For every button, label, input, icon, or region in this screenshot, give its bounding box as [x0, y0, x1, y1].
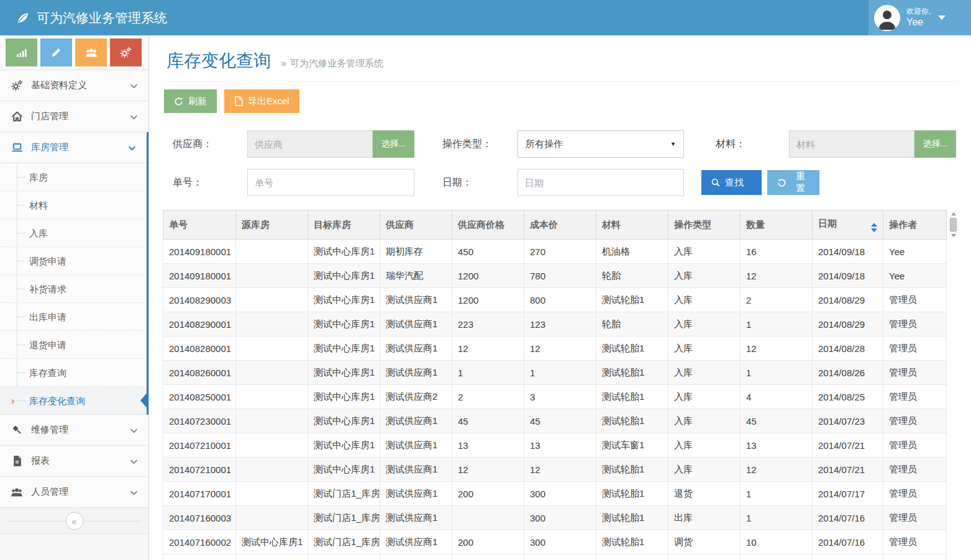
order-number-input[interactable]	[247, 169, 414, 196]
supplier-input[interactable]	[247, 130, 373, 158]
cell: 入库	[668, 385, 741, 409]
table-row[interactable]: 201407230001测试中心库房1测试供应商14545测试轮胎1入库4520…	[163, 409, 947, 433]
column-header-6[interactable]: 材料	[596, 210, 668, 240]
column-label: 供应商价格	[458, 219, 504, 230]
column-header-0[interactable]: 单号	[163, 210, 236, 240]
date-label: 日期：	[442, 169, 472, 196]
table-vertical-scrollbar[interactable]	[949, 210, 958, 239]
cell: 1	[741, 312, 813, 336]
export-label: 导出Excel	[248, 96, 289, 107]
sidebar-subitem-1[interactable]: ›材料	[0, 191, 147, 219]
table-row[interactable]: 201407170001测试门店1_库房测试供应商1200300测试轮胎1退货1…	[163, 482, 947, 506]
cell: 300	[524, 506, 596, 530]
column-header-3[interactable]: 供应商	[380, 210, 452, 240]
shortcut-edit-button[interactable]	[40, 38, 72, 66]
cell: 管理员	[883, 482, 947, 506]
cell: 测试中心库房1	[308, 361, 380, 385]
date-input[interactable]	[517, 169, 684, 196]
sidebar-subitem-2[interactable]: ›入库	[0, 219, 147, 247]
column-header-5[interactable]: 成本价	[524, 210, 596, 240]
table-row[interactable]: 201408250001测试中心库房1测试供应商223测试轮胎1入库42014/…	[163, 385, 947, 409]
operation-type-label: 操作类型：	[442, 130, 492, 158]
operation-type-value: 所有操作	[526, 138, 563, 150]
table-row[interactable]: 201408260001测试中心库房1测试供应商111测试轮胎1入库12014/…	[163, 361, 947, 385]
column-header-2[interactable]: 目标库房	[308, 210, 380, 240]
cell: 测试中心库房1	[308, 385, 380, 409]
sidebar-item-base-data[interactable]: 基础资料定义	[0, 70, 148, 101]
sidebar-subitem-label: 调货申请	[29, 256, 66, 266]
cell: 13	[741, 433, 813, 458]
sidebar-subitem-7[interactable]: ›库存查询	[0, 359, 147, 387]
cell	[380, 554, 452, 560]
export-excel-button[interactable]: 导出Excel	[224, 89, 299, 113]
sidebar-subitem-3[interactable]: ›调货申请	[0, 247, 147, 275]
column-header-8[interactable]: 数量	[741, 210, 813, 240]
column-label: 数量	[746, 219, 765, 230]
cell: 管理员	[883, 530, 947, 554]
user-menu[interactable]: 欢迎你, Yee	[868, 0, 971, 35]
refresh-button[interactable]: 刷新	[164, 89, 217, 113]
shortcut-chart-button[interactable]	[6, 38, 37, 66]
toolbar: 刷新 导出Excel	[164, 89, 971, 113]
table-row[interactable]: 201408290001测试中心库房1测试供应商1223123轮胎入库12014…	[163, 312, 947, 336]
sidebar-item-reports[interactable]: 报表	[0, 446, 148, 477]
sidebar-subitem-6[interactable]: ›退货申请	[0, 331, 147, 359]
shortcut-users-button[interactable]	[75, 38, 107, 66]
sort-icon[interactable]	[871, 223, 877, 232]
order-number-label: 单号：	[173, 169, 203, 196]
cell	[236, 433, 308, 458]
sidebar-collapse-button[interactable]: «	[65, 512, 83, 530]
column-header-1[interactable]: 源库房	[236, 210, 308, 240]
scrollbar-thumb[interactable]	[950, 218, 957, 232]
sidebar-item-staff[interactable]: 人员管理	[0, 477, 148, 508]
sidebar-subitem-5[interactable]: ›出库申请	[0, 303, 147, 331]
cell	[452, 506, 524, 530]
scroll-down-arrow-icon[interactable]	[951, 234, 956, 237]
cell	[236, 312, 308, 336]
cell	[236, 264, 308, 288]
table-row[interactable]: 201407210001测试中心库房1测试供应商11313测试车窗1入库1320…	[163, 433, 947, 458]
page-header: 库存变化查询 » 可为汽修业务管理系统	[149, 35, 971, 82]
sidebar-subitem-8[interactable]: ›库存变化查询	[0, 387, 147, 415]
column-header-10[interactable]: 操作者	[883, 210, 947, 240]
table-row[interactable]: 201409180001测试中心库房1期初库存450270机油格入库162014…	[163, 240, 947, 264]
shortcut-settings-button[interactable]	[110, 38, 142, 66]
table-row[interactable]: 201408290003测试中心库房1测试供应商11200800测试轮胎1入库2…	[163, 288, 947, 312]
reset-button[interactable]: 重置	[767, 170, 819, 195]
cell: 管理员	[883, 506, 947, 530]
cell	[236, 506, 308, 530]
operation-type-select[interactable]: 所有操作 ▼	[517, 130, 684, 158]
sidebar-item-stores[interactable]: 门店管理	[0, 101, 148, 132]
table-row[interactable]: 201409180001测试中心库房1瑞华汽配1200780轮胎入库122014…	[163, 264, 947, 288]
sidebar-item-warehouse[interactable]: 库房管理	[0, 132, 147, 163]
table-header-row: 单号源库房目标库房供应商供应商价格成本价材料操作类型数量日期操作者	[163, 210, 947, 240]
sidebar-item-repair[interactable]: 维修管理	[0, 415, 148, 446]
cell: 测试门店1_库房	[308, 530, 380, 554]
users-icon	[85, 47, 98, 58]
sidebar-item-label: 库房管理	[31, 142, 68, 153]
sidebar-subitem-4[interactable]: ›补货请求	[0, 275, 147, 303]
cell: 管理员	[883, 433, 947, 458]
table-row[interactable]: 201407160003测试门店1_库房测试供应商1300测试轮胎1出库1201…	[163, 506, 947, 530]
material-choose-button[interactable]: 选择...	[914, 130, 956, 158]
column-header-7[interactable]: 操作类型	[668, 210, 741, 240]
cell: 测试供应商1	[380, 530, 452, 554]
cell: 2014/07/16	[813, 506, 883, 530]
table-row[interactable]: 201408280001测试中心库房1测试供应商11212测试轮胎1入库1220…	[163, 336, 947, 361]
cell: 2	[452, 385, 524, 409]
data-grid: 单号源库房目标库房供应商供应商价格成本价材料操作类型数量日期操作者 201409…	[163, 210, 960, 560]
table-row[interactable]: 201407160002测试中心库房1测试门店1_库房测试供应商1200300测…	[163, 530, 947, 554]
cell: 测试中心库房1	[308, 240, 380, 264]
cell: 测试中心库房1	[308, 409, 380, 433]
material-label: 材料：	[716, 130, 745, 158]
welcome-text: 欢迎你,	[906, 7, 931, 16]
material-input[interactable]	[789, 130, 914, 158]
column-header-4[interactable]: 供应商价格	[452, 210, 524, 240]
table-row[interactable]: 201407210001测试中心库房1测试供应商11212测试轮胎1入库1220…	[163, 458, 947, 482]
scroll-up-arrow-icon[interactable]	[951, 212, 956, 215]
sidebar-subitem-0[interactable]: ›库房	[0, 163, 147, 191]
cell: 200	[452, 530, 524, 554]
search-button[interactable]: 查找	[701, 170, 762, 195]
column-header-9[interactable]: 日期	[813, 210, 883, 240]
supplier-choose-button[interactable]: 选择...	[373, 130, 414, 158]
